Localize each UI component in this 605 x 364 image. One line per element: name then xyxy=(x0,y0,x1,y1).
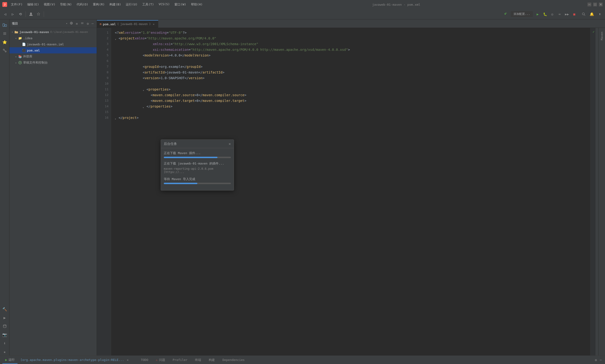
sidebar-run-icon[interactable]: ▶ xyxy=(1,314,9,322)
profile-run-button[interactable]: ∞ xyxy=(556,11,563,17)
sidebar-download-icon[interactable]: ⬇ xyxy=(1,339,9,347)
tab-context-close-paren: ) xyxy=(149,23,151,26)
bg-tasks-dialog: 后台任务 ✕ 正在下载 Maven 插件... 正在下载 javaweb-01-… xyxy=(161,140,234,191)
run-config-dropdown[interactable]: 添加配置... xyxy=(511,11,533,17)
toolbar-search-icon[interactable] xyxy=(580,11,587,17)
fold-arrow-16[interactable]: ▸ xyxy=(115,116,118,119)
line-13: 13 xyxy=(97,98,108,104)
menu-window[interactable]: 窗口(W) xyxy=(172,1,188,8)
menu-refactor[interactable]: 重构(R) xyxy=(90,1,107,8)
toolbar-update-icon[interactable]: ⬆ xyxy=(596,11,603,17)
fold-arrow-14[interactable]: ▸ xyxy=(143,105,146,108)
tree-item-iml[interactable]: ▸ 📄 javaweb-01-maven.iml xyxy=(10,41,97,47)
menu-edit[interactable]: 编辑(E) xyxy=(25,1,41,8)
toolbar-forward-icon[interactable]: ▷ xyxy=(10,11,16,17)
bg-task-2-subtitle: maven-reporting-api-2.0.6.pom [https://.… xyxy=(164,167,231,174)
sidebar-star-icon[interactable]: ★ xyxy=(1,348,9,355)
tab-close-button[interactable]: ✕ xyxy=(152,23,155,26)
sidebar-build-icon[interactable]: 🔨 xyxy=(1,305,9,313)
project-panel-title: 项目 xyxy=(12,22,64,26)
tree-item-idea[interactable]: ▸ 📁 .idea xyxy=(10,35,97,41)
project-expand-all-icon[interactable]: ≡ xyxy=(75,21,78,26)
scroll-track[interactable] xyxy=(595,28,598,355)
close-button[interactable]: ✕ xyxy=(599,3,603,6)
more-run-button[interactable]: ▶▶ xyxy=(564,11,570,17)
sidebar-bookmarks-icon[interactable]: ⭐ xyxy=(1,38,9,46)
run-panel-settings-icon[interactable]: ⚙ xyxy=(594,357,598,363)
code-line-3: xmlns:xsi="http://www.w3.org/2001/XMLSch… xyxy=(115,41,587,47)
line-6: 6 xyxy=(97,58,108,64)
terminal-tab-label: 终端 xyxy=(195,358,201,362)
toolbar-undo-icon[interactable] xyxy=(503,11,509,17)
menu-run[interactable]: 运行(U) xyxy=(123,1,140,8)
toolbar-back-icon[interactable]: ◁ xyxy=(2,11,9,17)
toolbar-recent-icon[interactable]: ⟲ xyxy=(17,11,24,17)
tab-pom-icon: m xyxy=(100,23,101,26)
run-tab-problems[interactable]: ⚠ 问题 xyxy=(153,356,168,364)
run-panel-icons: ⚙ ─ xyxy=(594,357,603,363)
run-tab-build[interactable]: 构建 xyxy=(206,356,218,364)
bg-task-1-progress-bar xyxy=(164,157,231,158)
menu-build[interactable]: 构建(B) xyxy=(107,1,123,8)
run-tab-dependencies[interactable]: Dependencies xyxy=(219,356,247,364)
editor-content[interactable]: 1 2 3 4 5 6 7 8 9 10 11 12 13 14 15 16 <… xyxy=(97,28,605,355)
tree-item-pom[interactable]: ▸ ⬛ pom.xml xyxy=(10,47,97,53)
project-settings-icon[interactable]: ⚙ xyxy=(86,21,89,26)
main-layout: ⭐ 🔨 ▶ 📷 ⬇ ★ 项目 ▾ ≡ ⚙ ─ xyxy=(0,19,605,355)
code-area[interactable]: <?xml version="1.0" encoding="UTF-8"?> ▾… xyxy=(111,28,590,355)
bg-tasks-close-button[interactable]: ✕ xyxy=(229,142,231,146)
run-tab-terminal[interactable]: 终端 xyxy=(192,356,204,364)
coverage-button[interactable]: ◎ xyxy=(549,11,556,17)
bg-task-1-progress-fill xyxy=(164,157,218,158)
run-button[interactable]: ▶ xyxy=(534,11,541,17)
bg-task-1: 正在下载 Maven 插件... xyxy=(164,151,231,158)
sidebar-git-icon[interactable] xyxy=(1,47,9,54)
debug-button[interactable]: 🐛 xyxy=(542,11,548,17)
tree-item-external-lib[interactable]: ▸ 📚 外部库 xyxy=(10,53,97,60)
editor-tab-pom[interactable]: m pom.xml ( javaweb-01-maven ) ✕ xyxy=(97,20,158,28)
menu-file[interactable]: 文件(F) xyxy=(9,1,25,8)
iml-file-icon: 📄 xyxy=(22,42,26,46)
maximize-button[interactable]: □ xyxy=(593,3,597,6)
sidebar-database-icon[interactable] xyxy=(1,322,9,330)
toolbar-notifications-icon[interactable]: 🔔 xyxy=(589,11,595,17)
code-line-1: <?xml version="1.0" encoding="UTF-8"?> xyxy=(115,30,587,36)
project-collapse-all-icon[interactable] xyxy=(80,21,85,26)
editor-tabs: m pom.xml ( javaweb-01-maven ) ✕ xyxy=(97,19,605,28)
minimize-button[interactable]: ─ xyxy=(588,3,591,6)
menu-help[interactable]: 帮助(H) xyxy=(189,1,205,8)
bg-task-1-title: 正在下载 Maven 插件... xyxy=(164,151,231,155)
bg-task-2: 正在下载 javaweb-01-maven 的插件... maven-repor… xyxy=(164,161,231,174)
line-5: 5 xyxy=(97,52,108,58)
menu-vcs[interactable]: VCS(S) xyxy=(156,1,172,8)
project-scope-icon[interactable] xyxy=(69,21,74,26)
sidebar-structure-icon[interactable] xyxy=(1,30,9,37)
pom-label: pom.xml xyxy=(27,49,40,52)
stop-button[interactable]: ■ xyxy=(571,11,578,17)
project-minimize-icon[interactable]: ─ xyxy=(91,21,94,26)
window-title: javaweb-01-maven - pom.xml xyxy=(206,3,586,6)
tree-item-scratch[interactable]: ▸ 草稿文件和控制台 xyxy=(10,60,97,66)
toolbar-profile-icon[interactable] xyxy=(28,11,34,17)
menu-navigate[interactable]: 导航(N) xyxy=(58,1,74,8)
profiler-tab-label: Profiler xyxy=(173,358,188,362)
build-tab-label: 构建 xyxy=(209,358,215,362)
sidebar-camera-icon[interactable]: 📷 xyxy=(1,331,9,338)
line-11: 11 xyxy=(97,87,108,92)
menu-view[interactable]: 视图(V) xyxy=(41,1,58,8)
run-tab-profiler[interactable]: Profiler xyxy=(170,356,191,364)
toolbar-settings-icon[interactable] xyxy=(35,11,42,17)
run-tab-todo[interactable]: TODO xyxy=(138,356,151,364)
menu-tools[interactable]: 工具(T) xyxy=(140,1,156,8)
maven-panel-tab[interactable]: Maven xyxy=(599,30,605,42)
menu-code[interactable]: 代码(O) xyxy=(74,1,90,8)
line-12: 12 xyxy=(97,92,108,98)
sidebar-project-icon[interactable] xyxy=(1,21,9,29)
tree-item-root[interactable]: ▾ javaweb-01-maven E:\Java\javaweb-01-ma… xyxy=(10,29,97,35)
toolbar-separator-1 xyxy=(26,11,26,17)
iml-label: javaweb-01-maven.iml xyxy=(27,42,64,46)
run-task-close-icon[interactable]: ✕ xyxy=(126,358,129,362)
run-panel-minimize-icon[interactable]: ─ xyxy=(599,357,603,363)
bg-task-3-progress-fill xyxy=(164,183,197,184)
run-tab-run[interactable]: ▶ 运行 xyxy=(2,356,17,364)
